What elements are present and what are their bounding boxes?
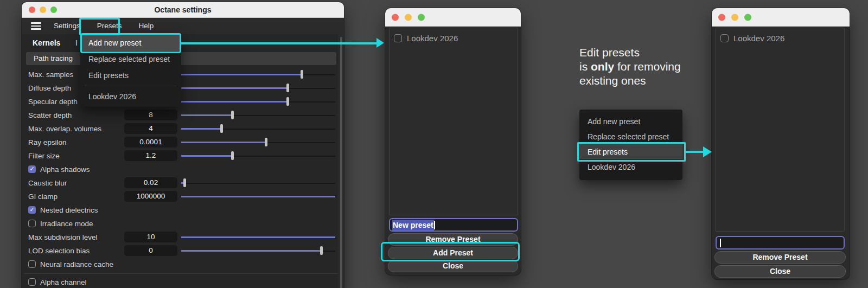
checkbox[interactable] xyxy=(394,34,402,42)
menu-item-add-new-preset[interactable]: Add new preset xyxy=(579,114,682,129)
settings-row: GI clamp1000000 xyxy=(22,190,344,203)
new-preset-name-input[interactable]: New preset xyxy=(389,218,518,232)
row-label: Specular depth xyxy=(28,95,78,108)
settings-row: Caustic blur0.02 xyxy=(22,176,344,190)
list-item[interactable]: Lookdev 2026 xyxy=(716,28,844,48)
row-label: Max. samples xyxy=(28,68,73,81)
hamburger-menu-icon[interactable] xyxy=(31,22,41,30)
slider[interactable] xyxy=(181,244,335,258)
close-button[interactable]: Close xyxy=(714,265,846,278)
slider[interactable] xyxy=(181,136,335,149)
menu-item-lookdev-2026[interactable]: Lookdev 2026 xyxy=(579,159,682,175)
close-traffic-light-icon[interactable] xyxy=(29,7,35,13)
checkbox[interactable] xyxy=(28,278,36,286)
selected-text: New preset xyxy=(392,220,434,231)
checkbox[interactable] xyxy=(28,220,36,227)
scrollbar-thumb[interactable] xyxy=(340,37,342,288)
preset-list: Lookdev 2026 xyxy=(716,28,845,232)
value-field[interactable]: 0 xyxy=(124,245,177,256)
slider-fill xyxy=(181,114,232,116)
kernel-type-dropdown[interactable]: Path tracing xyxy=(26,52,336,65)
minimize-traffic-light-icon[interactable] xyxy=(405,14,412,21)
traffic-lights xyxy=(392,14,425,21)
settings-row: Irradiance mode xyxy=(22,217,344,231)
text-caret xyxy=(720,239,721,247)
value-field[interactable]: 0.02 xyxy=(124,177,177,188)
title-bar[interactable]: Octane settings xyxy=(22,2,344,18)
value-field[interactable]: 10 xyxy=(124,232,177,242)
traffic-lights xyxy=(29,7,57,13)
minimize-traffic-light-icon[interactable] xyxy=(40,7,46,13)
preset-label: Lookdev 2026 xyxy=(733,28,784,48)
slider[interactable] xyxy=(181,231,335,244)
title-bar[interactable] xyxy=(712,8,850,27)
slider[interactable] xyxy=(181,108,335,122)
checkbox[interactable] xyxy=(28,260,36,268)
slider[interactable] xyxy=(181,95,335,108)
slider-fill xyxy=(181,250,321,252)
remove-preset-button[interactable]: Remove Preset xyxy=(714,251,846,264)
slider-handle[interactable] xyxy=(231,111,234,119)
value-field[interactable]: 1000000 xyxy=(124,191,177,202)
zoom-traffic-light-icon[interactable] xyxy=(50,7,57,13)
note-line: existing ones xyxy=(579,74,681,88)
menu-item-edit-presets[interactable]: Edit presets xyxy=(80,67,181,84)
tab-kernels[interactable]: Kernels xyxy=(33,35,60,51)
row-label: Ray epsilon xyxy=(28,136,67,149)
slider-handle[interactable] xyxy=(301,70,303,79)
settings-row: Max subdivision level10 xyxy=(22,231,344,244)
slider-handle[interactable] xyxy=(231,151,234,160)
slider[interactable] xyxy=(181,81,335,95)
settings-row: ✓Nested dielectrics xyxy=(22,203,344,217)
settings-row: Filter size1.2 xyxy=(22,149,344,163)
settings-row: Max. samples xyxy=(22,68,344,81)
slider-handle[interactable] xyxy=(183,178,186,187)
slider-fill xyxy=(181,101,288,103)
value-field[interactable]: 1.2 xyxy=(124,150,177,161)
settings-row: Alpha channel xyxy=(22,276,344,288)
menu-item-replace-selected-preset[interactable]: Replace selected preset xyxy=(80,51,181,67)
zoom-traffic-light-icon[interactable] xyxy=(418,14,425,21)
checkbox[interactable]: ✓ xyxy=(28,206,36,214)
slider[interactable] xyxy=(181,176,335,190)
settings-row: Specular depth xyxy=(22,95,344,108)
slider-handle[interactable] xyxy=(286,97,289,106)
list-item[interactable]: Lookdev 2026 xyxy=(390,28,518,48)
checkbox[interactable] xyxy=(720,34,729,42)
title-bar[interactable] xyxy=(385,8,521,27)
annotation-note: Edit presets is only for removing existi… xyxy=(579,46,681,88)
row-label: Caustic blur xyxy=(28,176,67,190)
menu-item-lookdev-2026[interactable]: Lookdev 2026 xyxy=(80,88,181,105)
value-field[interactable]: 8 xyxy=(124,110,177,120)
menubar-item-help[interactable]: Help xyxy=(132,18,161,34)
slider[interactable] xyxy=(181,190,335,203)
close-traffic-light-icon[interactable] xyxy=(392,14,399,21)
text-caret xyxy=(434,221,435,229)
slider-fill xyxy=(181,155,232,157)
slider[interactable] xyxy=(181,149,335,163)
slider-handle[interactable] xyxy=(265,138,267,146)
minimize-traffic-light-icon[interactable] xyxy=(731,14,738,21)
close-traffic-light-icon[interactable] xyxy=(718,14,725,21)
row-label: Max. overlap. volumes xyxy=(28,122,101,136)
close-button[interactable]: Close xyxy=(388,260,518,272)
preset-name-input[interactable] xyxy=(716,236,845,249)
preset-label: Lookdev 2026 xyxy=(407,28,458,48)
row-label: Max subdivision level xyxy=(28,231,98,244)
arrow-to-add-dialog xyxy=(180,42,376,44)
value-field[interactable]: 4 xyxy=(124,123,177,134)
scrollbar-track[interactable] xyxy=(338,34,344,288)
slider[interactable] xyxy=(181,68,335,81)
arrow-to-edit-dialog xyxy=(685,151,704,153)
slider-handle[interactable] xyxy=(286,84,289,92)
arrowhead-icon xyxy=(703,146,712,157)
section-divider xyxy=(24,273,339,274)
slider-handle[interactable] xyxy=(320,246,323,255)
zoom-traffic-light-icon[interactable] xyxy=(744,14,751,21)
row-label: Scatter depth xyxy=(28,108,72,122)
checkbox[interactable]: ✓ xyxy=(28,165,36,173)
tab-partially-hidden[interactable]: I xyxy=(75,35,78,51)
slider[interactable] xyxy=(181,122,335,136)
value-field[interactable]: 0.0001 xyxy=(124,137,177,148)
slider-handle[interactable] xyxy=(220,124,223,133)
